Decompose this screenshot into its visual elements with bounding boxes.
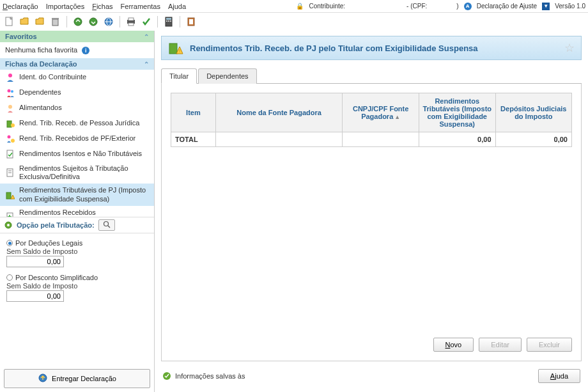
total-row: TOTAL 0,00 0,00	[171, 132, 572, 147]
new-icon[interactable]	[4, 16, 15, 27]
child-icon	[5, 103, 15, 113]
svg-rect-10	[128, 23, 134, 26]
clipboard-icon[interactable]	[185, 16, 197, 27]
declaracao-tipo: Declaração de Ajuste	[477, 3, 538, 10]
novo-button[interactable]: Novo	[433, 338, 474, 352]
svg-rect-13	[166, 20, 167, 22]
svg-point-25	[11, 139, 15, 143]
saldo-input-2[interactable]	[6, 290, 64, 302]
saldo-input-1[interactable]	[6, 256, 64, 267]
collapse-icon[interactable]: ⌃	[144, 61, 149, 68]
doc-plus-icon	[5, 212, 15, 217]
badge-a-icon: A	[464, 3, 472, 10]
opcao-body: Por Deduções Legais Sem Saldo de Imposto…	[0, 233, 154, 306]
toolbar	[0, 13, 588, 31]
svg-rect-2	[52, 18, 59, 19]
total-rendimentos: 0,00	[419, 132, 495, 147]
trash-icon[interactable]	[50, 16, 61, 27]
col-depositos[interactable]: Depósitos Judiciais do Imposto	[495, 93, 571, 132]
info-icon[interactable]: i	[82, 47, 89, 54]
tabs: Titular Dependentes	[161, 68, 582, 84]
content-title: Rendimentos Trib. Receb. de PJ pelo Titu…	[190, 43, 558, 53]
tab-dependentes[interactable]: Dependentes	[198, 68, 256, 84]
version-icon: ▼	[542, 3, 550, 10]
radio-checked-icon	[6, 240, 13, 246]
building-warn-icon	[5, 190, 15, 200]
open-icon[interactable]	[19, 16, 31, 27]
col-cnpj[interactable]: CNPJ/CPF Fonte Pagadora▲	[343, 93, 419, 132]
content-header: ! Rendimentos Trib. Receb. de PJ pelo Ti…	[161, 36, 582, 60]
table-actions: Novo Editar Excluir	[171, 331, 572, 352]
data-table: Item Nome da Fonte Pagadora CNPJ/CPF Fon…	[171, 93, 572, 147]
cpf-label: - (CPF:	[406, 3, 427, 10]
ficha-rend-exclusiva[interactable]: Rendimentos Sujeitos à Tributação Exclus…	[0, 162, 154, 184]
radio-desconto[interactable]: Por Desconto Simplificado	[6, 274, 148, 281]
svg-rect-41	[169, 43, 177, 54]
ficha-rend-pj[interactable]: Rend. Trib. Receb. de Pessoa Jurídica	[0, 116, 154, 131]
radio-unchecked-icon	[6, 274, 13, 281]
svg-point-20	[11, 90, 13, 93]
tab-titular[interactable]: Titular	[161, 68, 197, 84]
fichas-header[interactable]: Fichas da Declaração ⌃	[0, 58, 154, 70]
svg-rect-17	[189, 19, 193, 24]
doc-check-icon	[5, 149, 15, 159]
fichas-list: Ident. do Contribuinte Dependentes Alime…	[0, 70, 154, 217]
star-icon[interactable]: ☆	[564, 41, 575, 55]
ficha-rend-isentos[interactable]: Rendimentos Isentos e Não Tributáveis	[0, 146, 154, 162]
col-nome[interactable]: Nome da Fonte Pagadora	[215, 93, 343, 132]
svg-rect-9	[128, 18, 134, 20]
collapse-icon[interactable]: ⌃	[144, 33, 149, 40]
col-item[interactable]: Item	[171, 93, 216, 132]
menu-importacoes[interactable]: Importações	[46, 3, 85, 10]
menu-declaracao[interactable]: Declaração	[3, 3, 38, 10]
calculator-icon[interactable]	[163, 16, 174, 27]
lock-icon: 🔒	[296, 3, 304, 10]
menubar: Declaração Importações Fichas Ferramenta…	[0, 0, 588, 13]
svg-point-18	[8, 74, 12, 77]
svg-point-24	[8, 136, 11, 139]
content: ! Rendimentos Trib. Receb. de PJ pelo Ti…	[155, 31, 588, 392]
folder-icon[interactable]	[35, 16, 46, 27]
contribuinte-label: Contribuinte:	[309, 3, 345, 10]
ficha-rend-pf[interactable]: Rend. Trib. Recebidos de PF/Exterior	[0, 131, 154, 146]
people-icon	[5, 88, 15, 98]
ajuda-button[interactable]: Ajuda	[538, 369, 580, 383]
favoritos-header[interactable]: Favoritos ⌃	[0, 31, 154, 42]
print-icon[interactable]	[125, 16, 137, 27]
ficha-rend-exig-suspensa[interactable]: Rendimentos Tributáveis de PJ (Imposto c…	[0, 184, 154, 205]
sidebar: Favoritos ⌃ Nenhuma ficha favorita i Fic…	[0, 31, 155, 392]
ficha-alimentandos[interactable]: Alimentandos	[0, 100, 154, 116]
editar-button[interactable]: Editar	[479, 338, 522, 352]
import1-icon[interactable]	[72, 16, 84, 27]
doc-icon	[5, 168, 15, 178]
favoritos-body: Nenhuma ficha favorita i	[0, 42, 154, 58]
svg-text:!: !	[179, 48, 180, 54]
svg-rect-26	[7, 150, 13, 158]
cpf-close: )	[456, 3, 458, 10]
search-button[interactable]	[98, 219, 115, 231]
ficha-dependentes[interactable]: Dependentes	[0, 85, 154, 100]
svg-rect-14	[168, 20, 169, 22]
col-rendimentos[interactable]: Rendimentos Tributáveis (Imposto com Exi…	[419, 93, 495, 132]
opcao-header: Opção pela Tributação:	[0, 217, 154, 233]
ficha-rend-acumulada[interactable]: Rendimentos Recebidos Acumuladamente	[0, 206, 154, 217]
radio-deducoes[interactable]: Por Deduções Legais	[6, 239, 148, 247]
svg-point-37	[7, 224, 10, 226]
entregar-button[interactable]: Entregar Declaração	[4, 369, 150, 388]
gear-icon	[4, 221, 13, 230]
building-icon	[5, 118, 15, 129]
ficha-ident-contribuinte[interactable]: Ident. do Contribuinte	[0, 70, 154, 85]
check-icon[interactable]	[141, 16, 152, 27]
person-money-icon	[5, 134, 15, 144]
menu-ferramentas[interactable]: Ferramentas	[121, 3, 160, 10]
import2-icon[interactable]	[88, 16, 99, 27]
menu-fichas[interactable]: Fichas	[92, 3, 112, 10]
menu-ajuda[interactable]: Ajuda	[168, 3, 186, 10]
excluir-button[interactable]: Excluir	[527, 338, 572, 352]
svg-line-39	[108, 226, 110, 228]
table-area: Item Nome da Fonte Pagadora CNPJ/CPF Fon…	[161, 84, 582, 361]
globe-send-icon	[38, 373, 48, 384]
globe-icon[interactable]	[103, 16, 114, 27]
svg-rect-1	[52, 19, 58, 26]
sort-asc-icon: ▲	[394, 114, 400, 120]
